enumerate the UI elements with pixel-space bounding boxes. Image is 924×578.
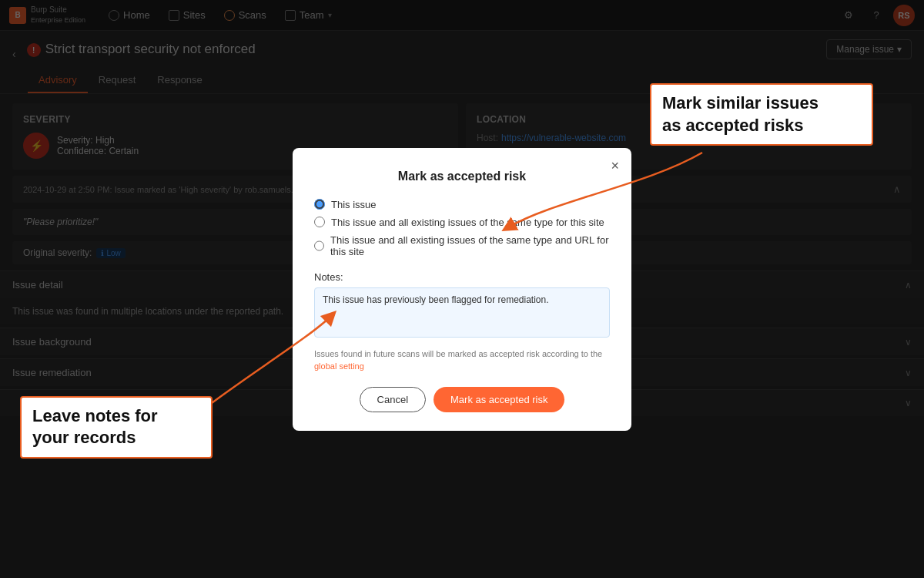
global-setting-link[interactable]: global setting — [314, 361, 364, 371]
radio-option-2[interactable]: This issue and all existing issues of th… — [314, 234, 610, 257]
radio-input-1[interactable] — [314, 217, 325, 227]
radio-label-0: This issue — [331, 199, 377, 210]
radio-option-1[interactable]: This issue and all existing issues of th… — [314, 217, 610, 228]
cancel-button[interactable]: Cancel — [360, 387, 426, 412]
modal: × Mark as accepted risk This issue This … — [293, 148, 631, 431]
notes-label: Notes: — [314, 271, 610, 283]
modal-footer-note: Issues found in future scans will be mar… — [314, 348, 610, 373]
radio-label-1: This issue and all existing issues of th… — [331, 217, 604, 228]
accept-risk-button[interactable]: Mark as accepted risk — [434, 387, 564, 412]
annotation-leave-notes: Leave notes foryour records — [20, 396, 213, 459]
radio-input-2[interactable] — [314, 240, 324, 251]
notes-textarea[interactable] — [314, 287, 610, 338]
radio-option-0[interactable]: This issue — [314, 199, 610, 210]
modal-close-button[interactable]: × — [611, 159, 619, 173]
radio-input-0[interactable] — [314, 199, 325, 210]
footer-note-text: Issues found in future scans will be mar… — [314, 349, 602, 358]
annotation-accepted-risks: Mark similar issuesas accepted risks — [650, 83, 873, 146]
radio-group: This issue This issue and all existing i… — [314, 199, 610, 257]
radio-label-2: This issue and all existing issues of th… — [330, 234, 610, 257]
modal-buttons: Cancel Mark as accepted risk — [314, 387, 610, 412]
modal-title: Mark as accepted risk — [314, 170, 610, 183]
